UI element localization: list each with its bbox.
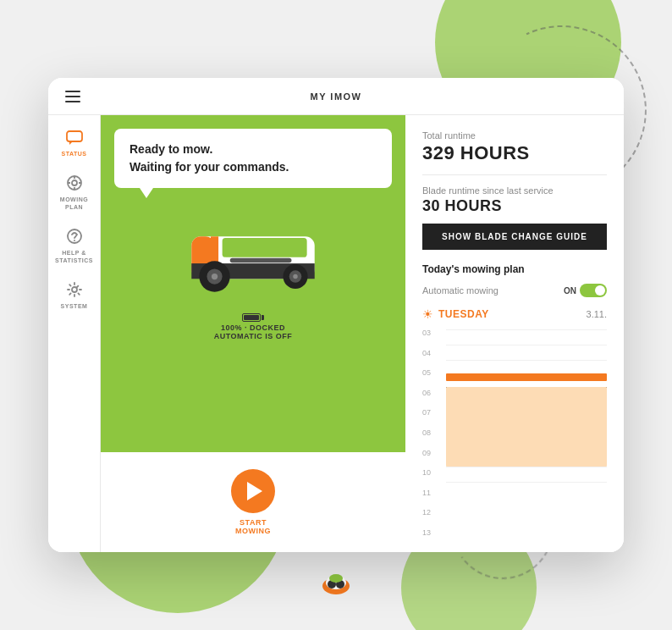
svg-point-26 xyxy=(293,274,297,279)
mower-illustration xyxy=(168,213,338,298)
svg-point-23 xyxy=(212,274,218,279)
toggle-knob xyxy=(595,285,605,296)
hamburger-line-2 xyxy=(65,96,80,97)
system-icon xyxy=(66,281,83,301)
auto-mowing-toggle[interactable] xyxy=(580,284,607,297)
grid-line-2 xyxy=(446,345,607,345)
play-button-circle xyxy=(231,469,275,513)
chart-bar-light xyxy=(446,387,607,467)
sidebar: STATUS MOWING PLAN xyxy=(48,115,101,552)
toggle-state-text: ON xyxy=(564,286,576,296)
start-mowing-label: STARTMOWING xyxy=(235,518,271,535)
grid-line-10 xyxy=(446,467,607,467)
time-label-10: 10 xyxy=(422,469,443,477)
time-label-06: 06 xyxy=(422,390,443,397)
day-row: ☀ TUESDAY 3.11. xyxy=(422,307,607,321)
day-name: TUESDAY xyxy=(438,308,489,320)
speech-line-1: Ready to mow. xyxy=(129,141,377,158)
time-label-09: 09 xyxy=(422,450,443,457)
divider-1 xyxy=(422,174,607,175)
hamburger-line-3 xyxy=(65,101,80,102)
sidebar-item-system[interactable]: SYSTEM xyxy=(48,274,100,317)
status-label: STATUS xyxy=(62,151,87,158)
sun-icon: ☀ xyxy=(422,307,433,321)
time-label-11: 11 xyxy=(422,489,443,497)
blade-runtime-label: Blade runtime since last service xyxy=(422,185,607,196)
status-icon xyxy=(66,130,83,148)
mowing-plan-icon xyxy=(66,174,83,194)
timeline-chart: 03 04 05 06 07 08 09 10 11 12 13 xyxy=(422,329,607,537)
grid-line-3 xyxy=(446,360,607,361)
toggle-on-indicator: ON xyxy=(564,284,607,297)
hamburger-menu-button[interactable] xyxy=(62,87,84,106)
svg-rect-19 xyxy=(223,238,307,257)
hamburger-line-1 xyxy=(65,91,80,92)
grid-line-11 xyxy=(446,482,607,483)
svg-rect-28 xyxy=(223,257,227,263)
svg-point-8 xyxy=(72,180,77,185)
svg-point-15 xyxy=(72,287,77,292)
info-panel: Total runtime 329 HOURS Blade runtime si… xyxy=(405,115,624,552)
time-label-12: 12 xyxy=(422,509,443,517)
time-label-03: 03 xyxy=(422,329,443,337)
svg-rect-5 xyxy=(67,131,82,141)
mowing-plan-label: MOWING PLAN xyxy=(52,196,96,211)
robot-bottom-icon xyxy=(321,567,351,605)
main-content: STATUS MOWING PLAN xyxy=(48,115,624,552)
help-statistics-label: HELP & STATISTICS xyxy=(52,250,96,264)
svg-point-4 xyxy=(329,574,343,583)
mowing-plan-title: Today's mowing plan xyxy=(422,263,607,275)
sidebar-item-status[interactable]: STATUS xyxy=(48,124,100,164)
time-label-05: 05 xyxy=(422,369,443,377)
chart-bars xyxy=(446,329,607,482)
speech-line-2: Waiting for your commands. xyxy=(129,158,377,176)
mower-status: 100% · DOCKED AUTOMATIC IS OFF xyxy=(214,313,293,340)
start-mowing-button[interactable]: STARTMOWING xyxy=(231,469,275,535)
speech-bubble: Ready to mow. Waiting for your commands. xyxy=(114,129,392,188)
grid-line-1 xyxy=(446,329,607,330)
blade-runtime-value: 30 HOURS xyxy=(422,197,607,215)
status-text-line1: 100% · DOCKED xyxy=(214,323,293,332)
time-label-04: 04 xyxy=(422,350,443,357)
time-label-13: 13 xyxy=(422,529,443,537)
content-area: Ready to mow. Waiting for your commands. xyxy=(101,115,624,552)
total-runtime-value: 329 HOURS xyxy=(422,142,607,164)
system-label: SYSTEM xyxy=(61,303,88,310)
blade-change-guide-button[interactable]: SHOW BLADE CHANGE GUIDE xyxy=(422,224,607,250)
mowing-toggle-row: Automatic mowing ON xyxy=(422,284,607,297)
battery-icon xyxy=(242,313,264,322)
sidebar-item-mowing-plan[interactable]: MOWING PLAN xyxy=(48,168,100,218)
mower-image-area xyxy=(168,213,338,298)
status-text-line2: AUTOMATIC IS OFF xyxy=(214,332,293,340)
auto-mowing-label: Automatic mowing xyxy=(422,285,498,296)
svg-rect-27 xyxy=(230,258,292,262)
app-window: MY IMOW STATUS xyxy=(48,78,624,552)
bottom-action-area: STARTMOWING xyxy=(101,452,405,552)
mower-panel: Ready to mow. Waiting for your commands. xyxy=(101,115,405,452)
time-label-07: 07 xyxy=(422,409,443,417)
time-label-08: 08 xyxy=(422,429,443,437)
help-statistics-icon xyxy=(66,228,83,247)
day-date: 3.11. xyxy=(587,309,607,319)
sidebar-item-help-statistics[interactable]: HELP & STATISTICS xyxy=(48,221,100,271)
battery-status xyxy=(214,313,293,322)
top-section: Ready to mow. Waiting for your commands. xyxy=(101,115,624,552)
svg-point-14 xyxy=(74,240,75,241)
chart-bar-solid xyxy=(446,373,607,381)
time-labels: 03 04 05 06 07 08 09 10 11 12 13 xyxy=(422,329,443,537)
title-bar: MY IMOW xyxy=(48,78,624,115)
total-runtime-label: Total runtime xyxy=(422,130,607,141)
play-icon xyxy=(247,482,262,500)
app-title: MY IMOW xyxy=(310,91,361,102)
